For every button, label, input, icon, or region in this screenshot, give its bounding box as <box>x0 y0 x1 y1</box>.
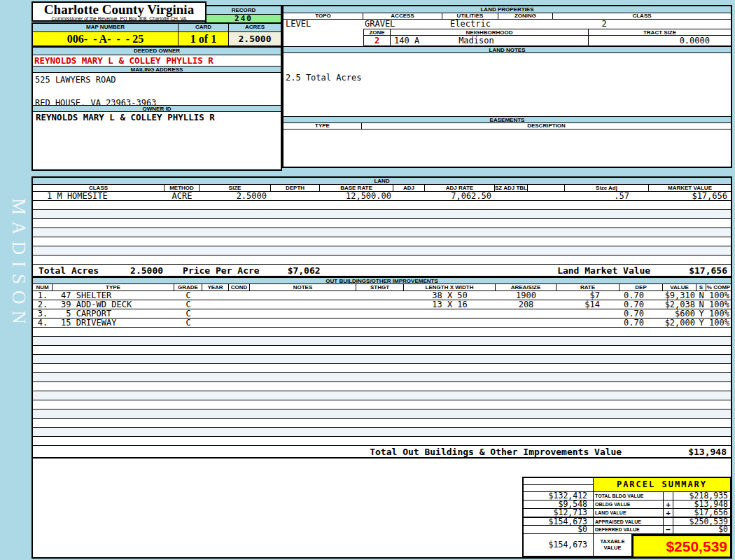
land-class: 1 M HOMESITE <box>33 191 164 201</box>
land-market-value: $17,656 <box>649 191 731 201</box>
ob-total-value: $13,948 <box>688 447 731 457</box>
ob-comp: 100% <box>706 300 731 309</box>
col-header-sthgt: STHGT <box>356 284 404 290</box>
neighborhood-value: 140 AMadison <box>390 36 588 46</box>
col-header-topo: TOPO <box>284 13 363 19</box>
summary-row-deferred: $0 DEFERRED VALUE − $0 <box>524 525 730 533</box>
col-header-method: METHOD <box>164 185 200 191</box>
utilities-value: Electric <box>441 20 500 29</box>
land-totals-row: Total Acres 2.5000 Price Per Acre $7,062… <box>33 265 731 277</box>
summary-label: TOTAL BLDG VALUE <box>594 492 664 500</box>
map-card-acres-box: MAP NUMBER CARD ACRES 006- - A- - - 25 1… <box>31 22 282 47</box>
neighborhood-code: 140 A <box>391 36 419 46</box>
ob-length-width: 38 X 50 <box>404 290 496 300</box>
ob-empty-row <box>33 355 731 364</box>
land-empty-row <box>33 210 731 219</box>
land-market-value-total: $17,656 <box>689 265 731 276</box>
taxable-value-amount: $250,539 <box>631 534 730 556</box>
summary-row-appraised: $154,673 APPRAISED VALUE $250,539 <box>524 517 730 525</box>
land-empty-row <box>33 246 731 255</box>
summary-money-header <box>524 478 594 491</box>
summary-left-value: $154,673 <box>524 534 594 556</box>
ob-empty-row <box>33 400 731 410</box>
summary-label: LAND VALUE <box>594 509 664 517</box>
county-title: Charlotte County Virginia <box>33 4 205 15</box>
col-header-access: ACCESS <box>363 13 442 19</box>
out-buildings-total-row: Total Out Buildings & Other Improvements… <box>33 446 731 458</box>
total-acres-value: 2.5000 <box>130 265 163 276</box>
summary-op <box>664 492 673 500</box>
ob-value: $2,038 <box>663 300 696 309</box>
zone-neighborhood-values: 2 140 AMadison 0.0000 <box>363 36 731 46</box>
col-header-length-width: LENGTH X WIDTH <box>404 284 496 290</box>
ob-value: $600 <box>663 309 696 318</box>
col-header-description: DESCRIPTION <box>362 123 731 129</box>
easements-headers: TYPE DESCRIPTION <box>284 123 731 130</box>
col-header-zoning: ZONING <box>498 13 553 19</box>
ob-grade: C <box>174 290 202 300</box>
land-empty-row <box>33 237 731 246</box>
ob-type: 39 ADD-WD DECK <box>52 300 174 309</box>
easements-section-label: EASEMENTS <box>284 116 731 123</box>
price-per-acre-label: Price Per Acre <box>183 265 260 276</box>
ob-num: 2. <box>33 300 52 309</box>
card-value: 1 of 1 <box>178 32 229 46</box>
ob-s: N <box>696 290 706 300</box>
ob-num: 3. <box>33 309 52 318</box>
total-acres-label: Total Acres <box>33 265 99 276</box>
ob-empty-row <box>33 337 731 346</box>
easements-empty-area <box>284 130 731 167</box>
summary-label: OBLDG VALUE <box>594 500 664 508</box>
ob-area: 1900 <box>496 290 556 300</box>
access-value: GRAVEL <box>365 20 395 29</box>
ob-value: $9,310 <box>663 290 696 300</box>
land-notes-section-label: LAND NOTES <box>284 46 731 53</box>
summary-op: + <box>664 500 673 508</box>
ob-dep: 0.70 <box>620 290 663 300</box>
parcel-summary-table: PARCEL SUMMARY $132,412 TOTAL BLDG VALUE… <box>522 477 732 557</box>
ob-s: Y <box>696 318 706 328</box>
ob-length-width: 13 X 16 <box>404 300 496 309</box>
col-header-adj-rate: ADJ RATE <box>425 185 495 191</box>
land-base-rate: 12,500.00 <box>320 191 393 201</box>
neighborhood-name: Madison <box>458 36 494 46</box>
col-header-value: VALUE <box>663 284 696 290</box>
county-subtitle: Commissioner of the Revenue, PO Box 308,… <box>33 15 205 22</box>
ob-type: 5 CARPORT <box>52 309 174 318</box>
col-header-class: CLASS <box>553 13 731 19</box>
map-card-acres-labels: MAP NUMBER CARD ACRES <box>33 24 281 32</box>
summary-op: + <box>664 509 673 517</box>
ob-rate: $14 <box>556 300 620 309</box>
ob-comp: 100% <box>706 309 731 318</box>
land-market-value-label: Land Market Value <box>557 265 650 276</box>
map-number-label: MAP NUMBER <box>33 24 178 32</box>
ob-grade: C <box>174 318 202 328</box>
col-header-grade: GRADE <box>174 284 202 290</box>
ob-empty-row <box>33 391 731 400</box>
taxable-value-label: TAXABLE VALUE <box>594 534 631 556</box>
owner-id-label: OWNER ID <box>33 105 281 112</box>
ob-dep: 0.70 <box>620 318 663 328</box>
col-header-adj: ADJ <box>393 185 425 191</box>
land-empty-row <box>33 201 731 210</box>
summary-left-value: $0 <box>524 526 594 533</box>
col-header-utilities: UTILITIES <box>442 13 498 19</box>
ob-type: 15 DRIVEWAY <box>52 318 174 328</box>
ob-empty-row <box>33 428 731 437</box>
tract-size-value: 0.0000 <box>588 36 731 46</box>
ob-s: N <box>696 300 706 309</box>
district-watermark: MADISON <box>3 198 29 373</box>
topo-value: LEVEL <box>286 20 311 29</box>
col-header-rate: RATE <box>556 284 620 290</box>
zone-label: ZONE <box>363 29 390 35</box>
zone-neighborhood-labels: ZONE NEIGHBORHOOD TRACT SIZE <box>363 29 731 36</box>
col-header-dep: DEP <box>620 284 663 290</box>
col-header-cond: COND <box>229 284 250 290</box>
ob-num: 1. <box>33 290 52 300</box>
ob-empty-row <box>33 373 731 382</box>
col-header-num: NUM <box>33 284 52 290</box>
land-notes-text: 2.5 Total Acres <box>284 53 731 116</box>
land-size-adj: .57 <box>565 191 649 201</box>
card-label: CARD <box>178 24 229 32</box>
ob-grade: C <box>174 300 202 309</box>
